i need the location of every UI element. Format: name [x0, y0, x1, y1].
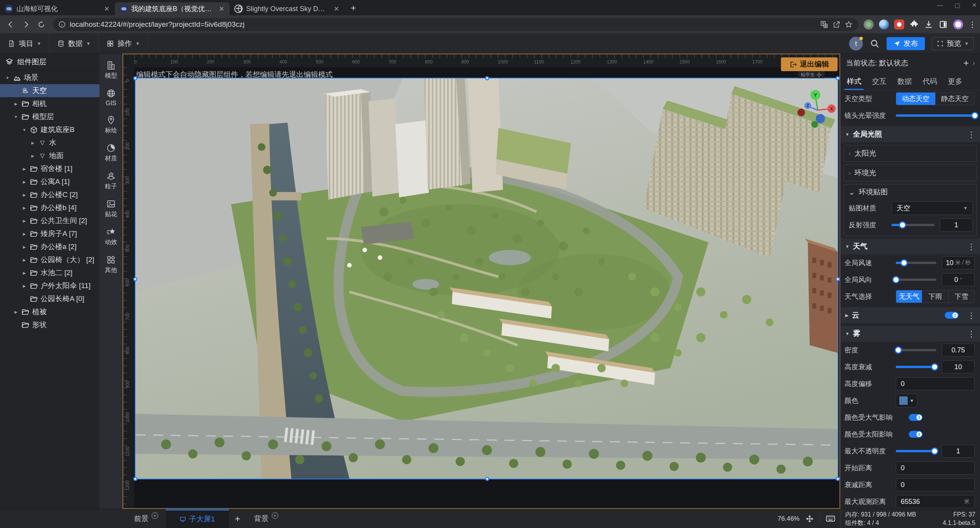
tab-more[interactable]: 更多	[948, 73, 962, 90]
share-icon[interactable]	[832, 20, 841, 29]
wind-speed-value[interactable]: 10米 / 秒	[942, 256, 975, 269]
selection-handle-e[interactable]	[836, 277, 840, 281]
selection-handle-se[interactable]	[836, 477, 840, 481]
tree-item-办公楼b[interactable]: ▶办公楼b [4]	[0, 201, 100, 214]
strip-item-plot[interactable]: 标绘	[100, 112, 122, 138]
add-screen-button[interactable]: +	[229, 509, 247, 528]
tree-item-建筑底座B[interactable]: ▼建筑底座B	[0, 123, 100, 136]
reload-icon[interactable]	[34, 18, 48, 31]
extension-green-icon[interactable]	[864, 20, 874, 29]
menu-actions[interactable]: 操作▼	[99, 34, 148, 53]
add-state-icon[interactable]: +	[964, 58, 969, 68]
tree-item-矮房子A[interactable]: ▶矮房子A [7]	[0, 227, 100, 240]
exit-edit-button[interactable]: 退出编辑	[781, 57, 838, 71]
cloud-toggle[interactable]	[945, 312, 959, 319]
fit-view-icon[interactable]	[805, 514, 814, 523]
option-dynamic-sky[interactable]: 动态天空	[896, 93, 935, 105]
fog-start-input[interactable]: 0	[896, 461, 975, 474]
site-info-icon[interactable]	[58, 21, 66, 28]
browser-menu-icon[interactable]: ⋮	[969, 20, 976, 29]
tree-item-水池二[interactable]: ▶水池二 [2]	[0, 266, 100, 279]
fog-density-slider[interactable]	[896, 349, 936, 351]
wind-dir-value[interactable]: 0°	[942, 273, 975, 286]
user-avatar[interactable]: t	[849, 37, 863, 51]
selection-handle-s[interactable]	[485, 477, 489, 481]
tree-item-户外太阳伞[interactable]: ▶户外太阳伞 [11]	[0, 279, 100, 292]
section-cloud[interactable]: ▶ 云 ⋮	[841, 307, 980, 323]
browser-tab-2-active[interactable]: 我的建筑底座B（视觉优先） ✕	[115, 2, 230, 15]
wind-dir-slider[interactable]	[896, 279, 936, 281]
tab-code[interactable]: 代码	[923, 73, 937, 90]
tree-item-公园长椅A[interactable]: 公园长椅A [0]	[0, 292, 100, 305]
fog-color-picker[interactable]: ▼	[896, 394, 917, 407]
search-icon[interactable]	[870, 39, 880, 49]
preview-button[interactable]: 预览 ▼	[932, 37, 974, 50]
scene-canvas[interactable]	[135, 78, 838, 479]
tree-item-办公楼a[interactable]: ▶办公楼a [2]	[0, 240, 100, 253]
tab-data[interactable]: 数据	[897, 73, 912, 90]
option-rain[interactable]: 下雨	[922, 290, 948, 303]
expander-icon[interactable]: ▼	[21, 128, 27, 132]
close-icon[interactable]: ✕	[972, 2, 977, 9]
axis-gizmo[interactable]: Y X Z	[796, 86, 839, 129]
expander-icon[interactable]: ▶	[21, 219, 27, 223]
selection-tag[interactable]: 鲸孪生	[798, 71, 825, 78]
tree-item-水[interactable]: ▶▽水	[0, 136, 100, 149]
expander-icon[interactable]: ▶	[21, 193, 27, 197]
fog-falloff-value[interactable]: 10	[942, 360, 975, 373]
section-fog[interactable]: ▼ 雾 ⋮	[841, 326, 980, 342]
extension-red-icon[interactable]	[894, 20, 904, 29]
tree-item-相机[interactable]: ▶相机	[0, 97, 100, 110]
fog-atmos-toggle[interactable]	[909, 414, 923, 421]
expander-icon[interactable]: ▶	[30, 141, 36, 145]
tree-item-办公楼C[interactable]: ▶办公楼C [2]	[0, 188, 100, 201]
expander-icon[interactable]: ▼	[13, 115, 19, 119]
env-map-header[interactable]: ⌄ 环境贴图	[844, 184, 977, 200]
strip-item-other[interactable]: 其他	[100, 252, 122, 277]
section-weather[interactable]: ▼ 天气 ⋮	[841, 238, 980, 254]
tab-interaction[interactable]: 交互	[872, 73, 887, 90]
expander-icon[interactable]: ▶	[21, 245, 27, 249]
tab-style[interactable]: 样式	[847, 73, 861, 90]
new-tab-button[interactable]: +	[347, 2, 360, 15]
fog-opacity-slider[interactable]	[896, 450, 936, 452]
downloads-icon[interactable]	[924, 20, 933, 29]
maximize-icon[interactable]: ▢	[954, 2, 960, 9]
tree-item-植被[interactable]: ▶植被	[0, 305, 100, 318]
map-material-select[interactable]: 天空 ▼	[892, 201, 973, 215]
strip-item-gis[interactable]: GIS	[100, 85, 122, 110]
expander-icon[interactable]: ▶	[30, 154, 36, 158]
menu-data[interactable]: 数据▼	[49, 34, 99, 53]
option-static-sky[interactable]: 静态天空	[935, 93, 975, 105]
tree-item-模型层[interactable]: ▼模型层	[0, 110, 100, 123]
expander-icon[interactable]: ▼	[5, 76, 10, 80]
bookmark-star-icon[interactable]	[844, 20, 853, 29]
tab-close-icon[interactable]: ✕	[332, 5, 341, 13]
selection-handle-ne[interactable]	[836, 76, 840, 80]
expander-icon[interactable]: ▶	[21, 258, 27, 262]
strip-item-decal[interactable]: 贴花	[100, 196, 122, 222]
subscreen-tab-active[interactable]: 子大屏1	[166, 509, 229, 528]
menu-project[interactable]: 项目▼	[0, 34, 49, 53]
strip-item-motion[interactable]: 动效	[100, 224, 122, 249]
expander-icon[interactable]: ▶	[21, 180, 27, 184]
fog-sun-toggle[interactable]	[909, 431, 923, 438]
foreground-tab[interactable]: 前景 +	[126, 509, 166, 528]
fog-falloff-slider[interactable]	[896, 366, 936, 368]
expander-icon[interactable]: ▶	[21, 271, 27, 275]
fog-maxview-input[interactable]: 65536 米	[896, 495, 975, 508]
expander-icon[interactable]: ▶	[13, 102, 19, 106]
option-no-weather[interactable]: 无天气	[896, 290, 922, 303]
extension-blue-icon[interactable]	[879, 20, 889, 29]
fog-density-value[interactable]: 0.75	[942, 344, 975, 357]
minimize-icon[interactable]: —	[937, 2, 943, 9]
option-snow[interactable]: 下雪	[948, 290, 974, 303]
kebab-menu-icon[interactable]: ⋮	[967, 311, 975, 319]
expander-icon[interactable]: ▶	[21, 206, 27, 210]
forward-icon[interactable]	[19, 18, 33, 31]
back-icon[interactable]	[4, 18, 18, 31]
kebab-menu-icon[interactable]: ⋮	[967, 243, 975, 251]
tree-item-公寓A[interactable]: ▶公寓A [1]	[0, 175, 100, 188]
kebab-menu-icon[interactable]: ⋮	[967, 330, 975, 338]
collapse-panel-icon[interactable]: ›	[973, 60, 975, 67]
